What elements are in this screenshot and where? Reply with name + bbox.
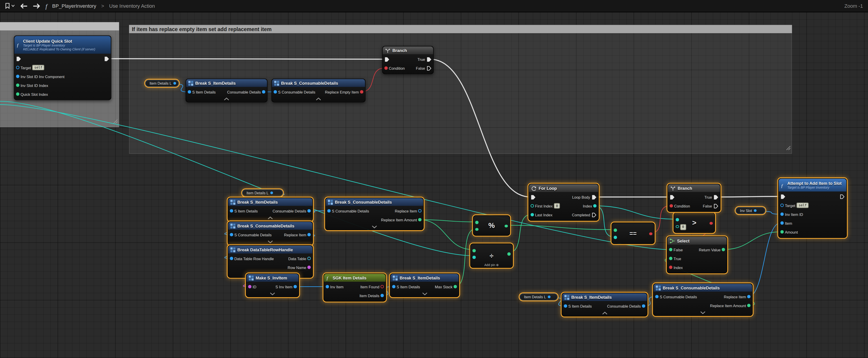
- pin-dot-icon[interactable]: [173, 82, 176, 85]
- pin-s-consumable-details[interactable]: S Consumable Details: [274, 90, 315, 94]
- input-pin[interactable]: [676, 218, 679, 221]
- exec-pin[interactable]: Completed: [572, 212, 596, 217]
- pin-s-consumable-details[interactable]: S Consumable Details: [328, 209, 369, 213]
- pin-inv-slot-id-inv-component[interactable]: Inv Slot ID Inv Component: [16, 74, 65, 78]
- pin-target[interactable]: Targetself: [780, 202, 808, 208]
- pin-consumable-details[interactable]: Consumable Details: [607, 304, 645, 308]
- output-pin[interactable]: [505, 224, 508, 227]
- node-break-s-consumabledetails[interactable]: Break S_ConsumableDetailsS Consumable De…: [325, 197, 424, 230]
- node-divide[interactable]: ÷Add pin ⊕: [470, 243, 513, 268]
- pin-item-details[interactable]: Item Details: [360, 294, 384, 297]
- pin-s-consumable-details[interactable]: S Consumable Details: [230, 233, 272, 236]
- input-pin[interactable]: [472, 256, 475, 259]
- pin-quick-slot-index[interactable]: Quick Slot Index: [16, 92, 48, 96]
- node-break-s-consumabledetails[interactable]: Break S_ConsumableDetailsS Consumable De…: [228, 221, 313, 245]
- exec-pin[interactable]: [384, 57, 390, 62]
- pin-s-consumable-details[interactable]: S Consumable Details: [655, 295, 697, 298]
- collapse-chevron[interactable]: [247, 292, 299, 297]
- node-break-datatablerowhandle[interactable]: Break DataTableRowHandleData Table Row H…: [228, 245, 313, 278]
- node-break-s-itemdetails[interactable]: Break S_ItemDetailsS Item DetailsMax Sta…: [390, 273, 459, 297]
- exec-pin[interactable]: True: [704, 195, 718, 200]
- pin-inv-item-id[interactable]: Inv Item ID: [780, 212, 803, 216]
- pin-replace-item-amount[interactable]: Replace Item Amount: [381, 218, 422, 222]
- variable-item-details[interactable]: Item Details L: [520, 293, 558, 300]
- pin-condition[interactable]: Condition: [670, 204, 690, 208]
- exec-pin[interactable]: False: [703, 203, 718, 208]
- pin-replace-item[interactable]: Replace Item: [395, 209, 422, 213]
- pin-inv-slot-id-index[interactable]: Inv Slot ID Index: [16, 83, 48, 87]
- pin-return-value[interactable]: Return Value: [699, 248, 725, 252]
- pin-dot-icon[interactable]: [270, 191, 273, 195]
- pin-first-index[interactable]: First Index0: [531, 203, 560, 209]
- pin-index[interactable]: Index: [583, 204, 596, 208]
- breadcrumb-current[interactable]: Use Inventory Action: [109, 3, 155, 8]
- node-break-s-consumabledetails[interactable]: Break S_ConsumableDetailsS Consumable De…: [271, 78, 365, 102]
- node-sgk-item-details[interactable]: fSGK Item DetailsInv ItemItem FoundItem …: [323, 273, 386, 301]
- collapse-chevron[interactable]: [562, 312, 647, 316]
- comment-header[interactable]: [0, 22, 119, 31]
- input-pin[interactable]: [475, 221, 478, 224]
- comment-header[interactable]: If item has replace empty item set add r…: [129, 25, 792, 33]
- node-client-update-quick-slot[interactable]: fClient Update Quick SlotTarget is BP Pl…: [14, 35, 111, 100]
- pin-false[interactable]: False: [669, 248, 683, 252]
- add-pin-button[interactable]: Add pin ⊕: [471, 263, 513, 266]
- pin-index[interactable]: Index: [669, 265, 683, 269]
- pin-item-found[interactable]: Item Found: [361, 285, 384, 289]
- pin-inv-item[interactable]: Inv Item: [326, 285, 344, 289]
- node-greater-than[interactable]: >0: [674, 213, 715, 233]
- exec-pin[interactable]: True: [417, 57, 432, 62]
- output-pin[interactable]: [710, 222, 713, 225]
- pin-consumable-details[interactable]: Consumable Details: [227, 90, 266, 94]
- collapse-chevron[interactable]: [391, 292, 459, 297]
- pin-s-item-details[interactable]: S Item Details: [188, 90, 216, 94]
- variable-inv-slot[interactable]: Inv Slot: [736, 207, 766, 214]
- pin-data-table[interactable]: Data Table: [288, 257, 311, 260]
- input-pin[interactable]: [614, 236, 617, 239]
- exec-pin[interactable]: [104, 56, 109, 61]
- node-break-s-itemdetails[interactable]: Break S_ItemDetailsS Item DetailsConsuma…: [228, 197, 313, 221]
- pin-dot-icon[interactable]: [548, 295, 551, 298]
- pin-value-box[interactable]: self: [32, 65, 44, 71]
- variable-item-details[interactable]: Item Details L: [242, 189, 283, 197]
- pin-item[interactable]: Item: [780, 221, 792, 225]
- collapse-chevron[interactable]: [186, 97, 267, 102]
- exec-pin[interactable]: [670, 195, 675, 200]
- pin-value-box[interactable]: self: [797, 202, 808, 208]
- forward-button[interactable]: [33, 3, 40, 8]
- pin-amount[interactable]: Amount: [780, 230, 798, 234]
- variable-item-details[interactable]: Item Details L: [145, 80, 179, 87]
- exec-pin[interactable]: [780, 194, 785, 199]
- resize-handle[interactable]: [113, 116, 118, 126]
- input-pin[interactable]: [614, 229, 617, 232]
- pin-target[interactable]: Targetself: [16, 65, 44, 71]
- pin-value-box[interactable]: 0: [680, 224, 686, 230]
- pin-condition[interactable]: Condition: [384, 66, 405, 70]
- collapse-chevron[interactable]: [653, 311, 752, 316]
- input-pin[interactable]: [472, 249, 475, 252]
- pin-replace-item[interactable]: Replace Item: [724, 295, 750, 298]
- node-select[interactable]: SelectFalseReturn ValueTrueIndex: [667, 236, 727, 273]
- exec-pin[interactable]: [531, 195, 535, 200]
- exec-pin[interactable]: Loop Body: [572, 195, 596, 200]
- breadcrumb-parent[interactable]: BP_PlayerInventory: [52, 3, 96, 8]
- pin-value-box[interactable]: 0: [554, 203, 560, 209]
- node-break-s-itemdetails[interactable]: Break S_ItemDetailsS Item DetailsConsuma…: [562, 293, 648, 317]
- pin-row-name[interactable]: Row Name: [288, 265, 311, 269]
- pin-s-item-details[interactable]: S Item Details: [564, 304, 592, 308]
- pin-id[interactable]: ID: [248, 285, 256, 289]
- output-pin[interactable]: [507, 253, 511, 256]
- pin-true[interactable]: True: [669, 257, 681, 260]
- output-pin[interactable]: [649, 232, 653, 235]
- node-break-s-consumabledetails[interactable]: Break S_ConsumableDetailsS Consumable De…: [653, 283, 753, 316]
- node-for-loop[interactable]: For LoopLoop BodyFirst Index0IndexLast I…: [528, 184, 599, 221]
- node-branch[interactable]: BranchTrueConditionFalse: [668, 184, 720, 212]
- resize-handle[interactable]: [786, 143, 791, 153]
- bookmark-button[interactable]: [5, 3, 15, 9]
- pin-s-inv-item[interactable]: S Inv Item: [275, 285, 297, 289]
- node-equal-equal[interactable]: ==: [612, 223, 655, 244]
- input-pin[interactable]: [475, 228, 478, 231]
- exec-pin[interactable]: [16, 56, 21, 61]
- pin-last-index[interactable]: Last Index: [531, 213, 552, 217]
- node-modulo[interactable]: %: [473, 215, 510, 236]
- collapse-chevron[interactable]: [228, 240, 312, 245]
